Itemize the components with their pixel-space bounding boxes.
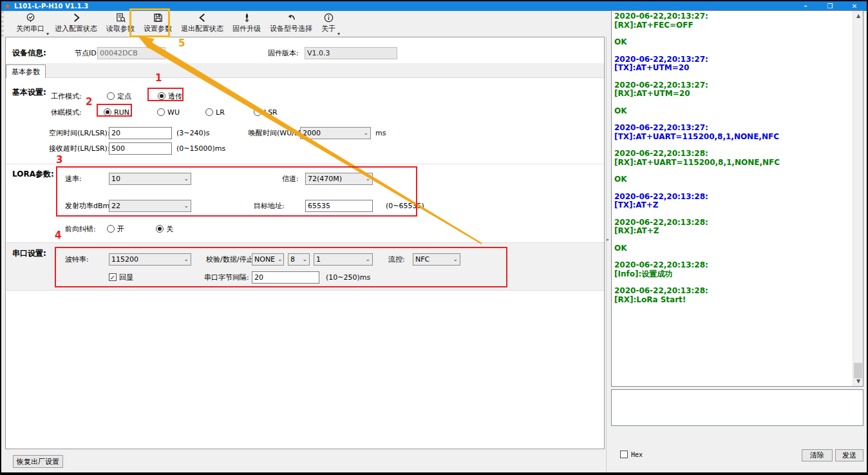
enter-config-label: 进入配置状态 (55, 24, 97, 34)
about-label: 关于 (321, 24, 335, 34)
tab-basic-params[interactable]: 基本参数 (6, 64, 46, 78)
radio-fec-off[interactable]: 关 (156, 224, 173, 234)
radio-sleep-lr[interactable]: LR (205, 108, 225, 117)
radio-work-mode-transparent[interactable]: 透传 (158, 92, 182, 101)
byte-interval-field[interactable]: 20 (252, 271, 319, 284)
data-bits-dropdown[interactable]: 8⌄ (288, 253, 310, 266)
wake-time-label: 唤醒时间(WU/LR): (249, 128, 308, 138)
radio-selected-icon (104, 108, 111, 116)
close-serial-button[interactable]: 关闭串口 (12, 11, 49, 37)
chevron-down-icon: ⌄ (302, 256, 307, 262)
log-entry: 2020-06-22,20:13:27:[TX]:AT+UTM=20 (614, 55, 851, 73)
node-id-field: 00042DCB (97, 47, 165, 59)
rx-timeout-field[interactable]: 500 (109, 142, 172, 155)
flow-control-label: 流控: (388, 255, 405, 264)
target-address-field[interactable]: 65535 (305, 200, 373, 212)
wake-time-dropdown[interactable]: 2000⌄ (300, 127, 371, 139)
target-address-label: 目标地址: (254, 201, 285, 211)
scroll-down-icon[interactable]: ▼ (853, 376, 863, 386)
save-icon (153, 12, 164, 23)
channel-label: 信道: (282, 174, 299, 184)
chevron-down-icon: ⌄ (184, 175, 189, 182)
radio-icon (157, 108, 165, 116)
radio-fec-on[interactable]: 开 (107, 224, 124, 234)
scroll-up-icon[interactable]: ▲ (853, 11, 863, 21)
clear-button[interactable]: 清除 (802, 449, 833, 461)
channel-dropdown[interactable]: 72(470M)⌄ (305, 173, 373, 185)
node-id-label: 节点ID: (75, 48, 99, 58)
chevron-down-icon: ⌄ (363, 130, 368, 136)
baud-rate-label: 波特率: (65, 255, 89, 264)
chevron-down-icon: ⌄ (365, 256, 370, 262)
baud-rate-dropdown[interactable]: 115200⌄ (109, 253, 191, 266)
flow-control-dropdown[interactable]: NFC⌄ (413, 253, 460, 266)
radio-sleep-wu[interactable]: WU (157, 108, 180, 117)
exit-config-label: 退出配置状态 (181, 24, 223, 34)
app-icon (5, 3, 10, 9)
fec-label: 前向纠错: (65, 224, 96, 234)
set-params-button[interactable]: 设置参数 (139, 11, 176, 37)
radio-sleep-lsr[interactable]: LSR (254, 108, 278, 117)
parity-data-stop-label: 校验/数据/停止: (206, 255, 256, 264)
panel-splitter[interactable]: ▸ (606, 37, 610, 472)
chevron-right-icon (71, 12, 82, 23)
wake-time-unit: ms (375, 129, 386, 137)
parity-dropdown[interactable]: NONE⌄ (252, 253, 284, 266)
radio-icon (254, 108, 261, 116)
idle-time-label: 空闲时间(LR/LSR): (49, 128, 110, 138)
radio-icon (205, 108, 213, 116)
model-select-button[interactable]: 设备型号选择 (265, 11, 317, 37)
read-params-button[interactable]: 读取参数 (102, 11, 139, 37)
maximize-button[interactable]: ❐ (818, 1, 842, 11)
enter-config-button[interactable]: 进入配置状态 (50, 11, 102, 37)
hex-checkbox[interactable]: Hex (620, 451, 643, 458)
byte-interval-label: 串口字节间隔: (204, 273, 249, 282)
tx-power-dropdown[interactable]: 22⌄ (109, 200, 191, 212)
idle-time-field[interactable]: 20 (109, 127, 172, 139)
device-info-label: 设备信息: (12, 48, 46, 59)
log-entry: 2020-06-22,20:13:27:[TX]:AT+UART=115200,… (614, 124, 851, 141)
rocket-icon (241, 12, 252, 23)
radio-work-mode-fixed[interactable]: 定点 (107, 92, 131, 101)
log-output[interactable]: 2020-06-22,20:13:27:[RX]:AT+FEC=OFFOK202… (611, 10, 863, 387)
log-entry: 2020-06-22,20:13:28:[RX]:AT+ZOK (614, 218, 851, 253)
send-button[interactable]: 发送 (835, 449, 863, 461)
log-entry: 2020-06-22,20:13:28:[RX]:LoRa Start! (614, 287, 851, 304)
read-params-icon (115, 12, 126, 23)
chevron-down-icon: ⌄ (184, 256, 189, 262)
factory-reset-button[interactable]: 恢复出厂设置 (13, 455, 63, 468)
radio-selected-icon (156, 225, 164, 233)
log-scrollbar[interactable]: ▲ ▼ (853, 11, 863, 386)
about-button[interactable]: 关于 (317, 11, 340, 37)
firmware-version-field: V1.0.3 (305, 47, 397, 59)
chevron-down-icon[interactable]: ▾ (46, 31, 49, 37)
hex-label: Hex (631, 451, 643, 458)
checkbox-unchecked-icon (620, 451, 628, 458)
chevron-down-icon[interactable]: ▾ (337, 31, 340, 37)
firmware-upgrade-label: 固件升级 (232, 24, 261, 34)
echo-checkbox[interactable]: ✓回显 (109, 273, 133, 282)
stop-bits-dropdown[interactable]: 1⌄ (314, 253, 373, 266)
close-button[interactable]: ✕ (842, 1, 867, 11)
chevron-down-icon: ⌄ (453, 256, 458, 262)
checkbox-checked-icon: ✓ (109, 273, 117, 281)
radio-icon (107, 225, 115, 233)
log-entry: 2020-06-22,20:13:28:[Info]:设置成功 (614, 261, 851, 278)
model-select-label: 设备型号选择 (270, 24, 312, 34)
rate-dropdown[interactable]: 10⌄ (109, 173, 191, 185)
back-arrow-icon (286, 12, 297, 23)
radio-sleep-run[interactable]: RUN (104, 108, 129, 117)
send-input[interactable] (611, 389, 863, 426)
log-entry: 2020-06-22,20:13:27:[RX]:AT+UTM=20OK (614, 81, 851, 116)
exit-config-button[interactable]: 退出配置状态 (176, 11, 228, 37)
chevron-down-icon: ⌄ (365, 175, 370, 182)
minimize-button[interactable]: – (793, 1, 818, 11)
idle-time-hint: (3~240)s (176, 129, 210, 137)
rate-label: 速率: (65, 174, 82, 184)
set-params-label: 设置参数 (144, 24, 172, 34)
info-icon (323, 12, 334, 23)
tx-power-label: 发射功率dBm: (65, 201, 112, 211)
firmware-version-label: 固件版本: (268, 48, 299, 58)
sleep-mode-label: 休眠模式: (51, 108, 82, 117)
firmware-upgrade-button[interactable]: 固件升级 (228, 11, 265, 37)
